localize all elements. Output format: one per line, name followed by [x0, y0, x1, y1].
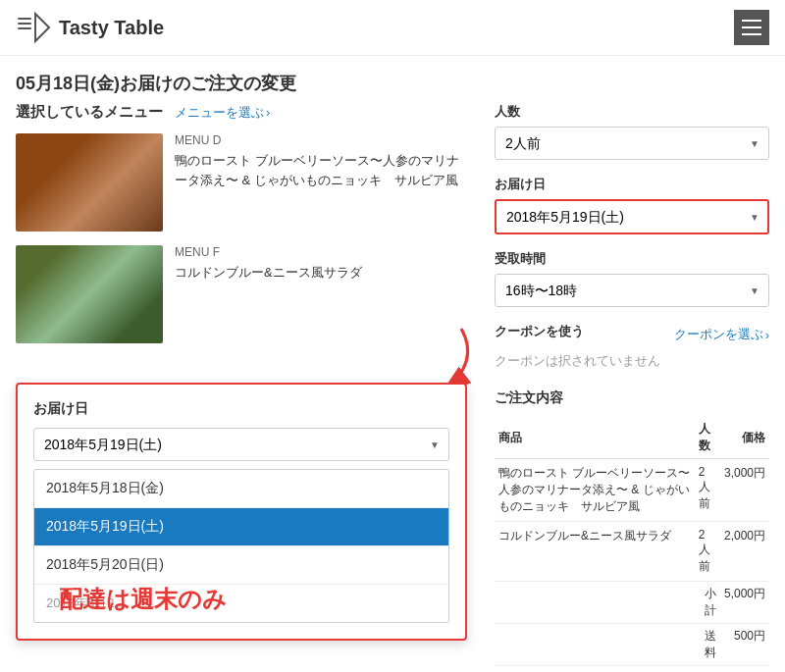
- dropdown-option-1[interactable]: 2018年5月18日(金): [34, 470, 448, 508]
- subtotal-row: 小計 5,000円: [495, 582, 769, 624]
- menu-name-1: 鴨のロースト ブルーベリーソース〜人参のマリナータ添え〜 & じゃがいものニョッ…: [175, 151, 471, 189]
- subtotal-value: 5,000円: [720, 582, 769, 624]
- table-row: 鴨のロースト ブルーベリーソース〜人参のマリナータ添え〜 & じゃがいものニョッ…: [495, 459, 769, 522]
- popup-delivery-date-label: お届け日: [33, 400, 449, 418]
- popup-select-wrapper: 2018年5月19日(土): [33, 428, 449, 461]
- shipping-value: 500円: [720, 624, 769, 666]
- coupon-link[interactable]: クーポンを選ぶ: [674, 326, 769, 343]
- menu-label-1: MENU D: [175, 133, 471, 147]
- subtotal-label: 小計: [695, 582, 720, 624]
- order-table: 商品 人数 価格 鴨のロースト ブルーベリーソース〜人参のマリナータ添え〜 & …: [495, 417, 769, 666]
- pickup-time-group: 受取時間 16時〜18時: [495, 250, 769, 307]
- people-count-group: 人数 2人前: [495, 103, 769, 160]
- menu-item-1: MENU D 鴨のロースト ブルーベリーソース〜人参のマリナータ添え〜 & じゃ…: [16, 133, 471, 232]
- svg-marker-3: [35, 14, 49, 41]
- menu-thumbnail-1: [16, 133, 163, 232]
- people-count-select[interactable]: 2人前: [495, 127, 769, 160]
- menu-item-2: MENU F コルドンブルー&ニース風サラダ: [16, 245, 471, 343]
- people-count-select-wrapper: 2人前: [495, 127, 769, 160]
- hamburger-line-1: [742, 20, 761, 22]
- pickup-time-label: 受取時間: [495, 250, 769, 268]
- people-count-label: 人数: [495, 103, 769, 121]
- item-name-1: 鴨のロースト ブルーベリーソース〜人参のマリナータ添え〜 & じゃがいものニョッ…: [495, 459, 695, 522]
- header: Tasty Table: [0, 0, 785, 56]
- red-annotation-text: 配達は週末のみ: [59, 584, 227, 615]
- delivery-date-select[interactable]: 2018年5月19日(土): [495, 199, 769, 234]
- section-title: 選択しているメニュー: [16, 103, 163, 122]
- coupon-label: クーポンを使う: [495, 323, 584, 340]
- item-people-1: 2人前: [695, 459, 720, 522]
- menu-name-2: コルドンブルー&ニース風サラダ: [175, 263, 471, 283]
- logo-text: Tasty Table: [59, 17, 164, 39]
- svg-rect-2: [18, 27, 31, 29]
- hamburger-button[interactable]: [734, 10, 769, 45]
- right-column: 人数 2人前 お届け日 2018年5月19日(土) 受取時間: [495, 103, 769, 666]
- logo-icon: [16, 10, 51, 45]
- delivery-date-select-wrapper: 2018年5月19日(土): [495, 199, 769, 234]
- svg-rect-1: [18, 23, 31, 25]
- section-header: 選択しているメニュー メニューを選ぶ: [16, 103, 471, 122]
- page-title: 05月18日(金)お届けのご注文の変更: [0, 56, 785, 103]
- dropdown-option-3[interactable]: 2018年5月20日(日): [34, 546, 448, 585]
- table-row: コルドンブルー&ニース風サラダ 2人前 2,000円: [495, 522, 769, 582]
- order-summary: ご注文内容 商品 人数 価格 鴨のロースト ブルーベリーソース〜人参のマリナータ…: [495, 389, 769, 666]
- pickup-time-select[interactable]: 16時〜18時: [495, 274, 769, 307]
- shipping-label: 送料: [695, 624, 720, 666]
- menu-link[interactable]: メニューを選ぶ: [175, 104, 270, 122]
- item-price-1: 3,000円: [720, 459, 769, 522]
- table-header-row: 商品 人数 価格: [495, 417, 769, 459]
- menu-info-1: MENU D 鴨のロースト ブルーベリーソース〜人参のマリナータ添え〜 & じゃ…: [175, 133, 471, 232]
- item-price-2: 2,000円: [720, 522, 769, 582]
- col-people: 人数: [695, 417, 720, 459]
- dropdown-option-2[interactable]: 2018年5月19日(土): [34, 508, 448, 546]
- menu-thumbnail-2: [16, 245, 163, 343]
- logo: Tasty Table: [16, 10, 164, 45]
- coupon-row: クーポンを使う クーポンを選ぶ: [495, 323, 769, 346]
- delivery-date-label: お届け日: [495, 176, 769, 193]
- order-summary-title: ご注文内容: [495, 389, 769, 407]
- hamburger-line-2: [742, 26, 761, 28]
- item-name-2: コルドンブルー&ニース風サラダ: [495, 522, 695, 582]
- coupon-note: クーポンは択されていません: [495, 352, 769, 370]
- hamburger-line-3: [742, 33, 761, 35]
- popup-delivery-date-select[interactable]: 2018年5月19日(土): [33, 428, 449, 461]
- shipping-row: 送料 500円: [495, 624, 769, 666]
- pickup-time-select-wrapper: 16時〜18時: [495, 274, 769, 307]
- delivery-date-group: お届け日 2018年5月19日(土): [495, 176, 769, 234]
- coupon-group: クーポンを使う クーポンを選ぶ クーポンは択されていません: [495, 323, 769, 370]
- menu-label-2: MENU F: [175, 245, 471, 259]
- menu-info-2: MENU F コルドンブルー&ニース風サラダ: [175, 245, 471, 343]
- col-product: 商品: [495, 417, 695, 459]
- svg-rect-0: [18, 18, 31, 20]
- col-price: 価格: [720, 417, 769, 459]
- item-people-2: 2人前: [695, 522, 720, 582]
